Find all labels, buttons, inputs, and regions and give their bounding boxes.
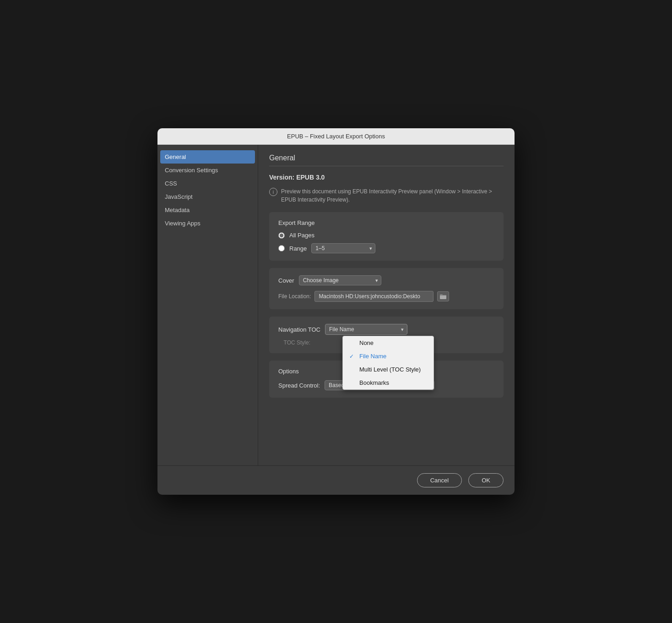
spread-label: Spread Control: [278,382,320,389]
nav-toc-dropdown-trigger[interactable]: File Name [325,324,407,335]
cover-select[interactable]: Choose Image First Page None [299,275,381,285]
cover-row: Cover Choose Image First Page None [278,275,494,285]
export-range-label: Export Range [278,219,494,226]
sidebar-item-css[interactable]: CSS [157,177,258,190]
version-label: Version: EPUB 3.0 [269,174,504,181]
cover-select-wrapper: Choose Image First Page None [299,275,381,285]
sidebar-item-general[interactable]: General [160,150,255,164]
all-pages-label: All Pages [289,232,314,239]
epub-export-dialog: EPUB – Fixed Layout Export Options Gener… [157,128,515,495]
sidebar-item-conversion-settings[interactable]: Conversion Settings [157,164,258,177]
sidebar-item-metadata[interactable]: Metadata [157,203,258,217]
all-pages-row: All Pages [278,232,494,239]
range-row: Range 1–5 [278,243,494,253]
file-location-row: File Location: [278,291,494,302]
ok-button[interactable]: OK [468,473,504,487]
cover-label: Cover [278,277,294,284]
sidebar: General Conversion Settings CSS JavaScri… [157,145,258,465]
range-label: Range [289,245,307,252]
range-radio[interactable] [278,245,285,251]
main-content: General Version: EPUB 3.0 i Preview this… [258,145,515,465]
sidebar-item-viewing-apps[interactable]: Viewing Apps [157,217,258,230]
toc-style-label: TOC Style: [278,339,310,346]
dropdown-item-filename[interactable]: ✓ File Name [343,350,434,363]
info-text: Preview this document using EPUB Interac… [281,187,504,204]
dialog-body: General Conversion Settings CSS JavaScri… [157,145,515,465]
section-title: General [269,154,504,166]
sidebar-item-javascript[interactable]: JavaScript [157,190,258,203]
dropdown-item-multilevel[interactable]: Multi Level (TOC Style) [343,363,434,376]
dialog-titlebar: EPUB – Fixed Layout Export Options [157,128,515,145]
file-location-label: File Location: [278,293,311,300]
nav-toc-row: Navigation TOC File Name None ✓ File Nam… [278,324,494,335]
range-select[interactable]: 1–5 [311,243,375,253]
all-pages-radio[interactable] [278,232,285,239]
dropdown-item-bookmarks[interactable]: Bookmarks [343,376,434,389]
folder-browse-button[interactable] [437,291,449,301]
nav-toc-label: Navigation TOC [278,326,320,333]
export-range-panel: Export Range All Pages Range 1–5 [269,212,504,261]
info-box: i Preview this document using EPUB Inter… [269,187,504,204]
cancel-button[interactable]: Cancel [417,473,462,487]
range-select-wrapper: 1–5 [311,243,375,253]
dialog-footer: Cancel OK [157,465,515,495]
dialog-title: EPUB – Fixed Layout Export Options [287,133,385,140]
nav-toc-panel: Navigation TOC File Name None ✓ File Nam… [269,317,504,353]
file-location-input[interactable] [314,291,434,302]
info-icon: i [269,188,277,196]
nav-toc-dropdown-menu: None ✓ File Name Multi Level (TOC Style) [342,336,434,390]
radio-group: All Pages Range 1–5 [278,232,494,253]
dropdown-item-none[interactable]: None [343,336,434,350]
cover-panel: Cover Choose Image First Page None File … [269,268,504,309]
